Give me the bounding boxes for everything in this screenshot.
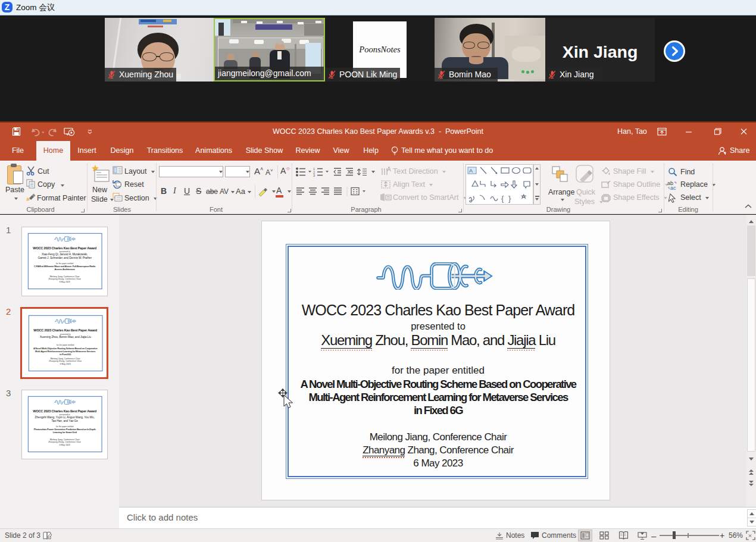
svg-text:A: A — [469, 168, 473, 174]
svg-text:A: A — [387, 167, 391, 173]
svg-text:3: 3 — [313, 174, 315, 177]
svg-text:}: } — [508, 194, 511, 203]
svg-text:ac: ac — [670, 185, 676, 190]
svg-text:{: { — [501, 194, 504, 203]
